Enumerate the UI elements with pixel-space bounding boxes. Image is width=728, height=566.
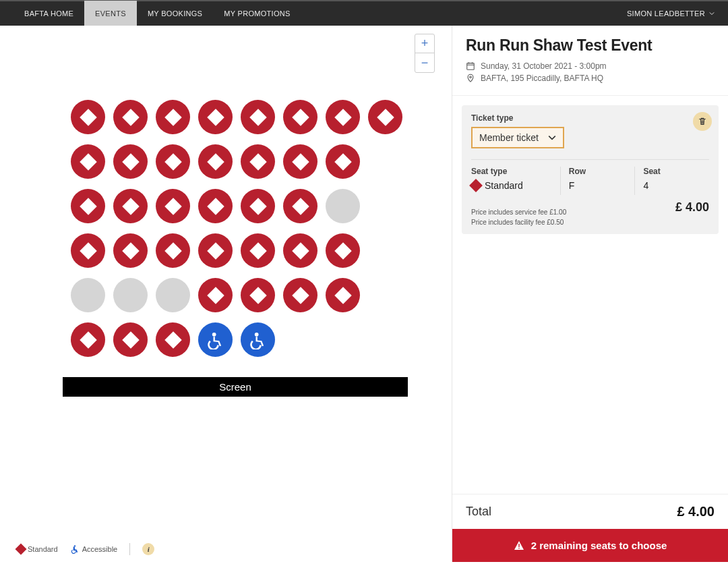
standard-icon: [469, 179, 483, 192]
zoom-controls: + −: [415, 34, 435, 73]
seat-standard[interactable]: [241, 189, 275, 223]
seat-standard[interactable]: [283, 278, 317, 312]
remaining-seats-banner[interactable]: 2 remaining seats to choose: [452, 529, 728, 562]
seat-standard[interactable]: [198, 278, 233, 312]
seat-map: Screen: [0, 26, 452, 397]
nav-my-bookings[interactable]: MY BOOKINGS: [137, 1, 213, 26]
seat-standard[interactable]: [198, 233, 233, 268]
location-icon: [466, 74, 475, 83]
total-label: Total: [466, 505, 491, 519]
ticket-card: Ticket type Member ticket Seat type Stan…: [462, 105, 719, 234]
nav-my-promotions[interactable]: MY PROMOTIONS: [213, 1, 301, 26]
event-header: Run Run Shaw Test Event Sunday, 31 Octob…: [452, 26, 728, 96]
legend: Standard Accessible i: [17, 543, 154, 555]
seat-standard[interactable]: [113, 189, 148, 223]
svg-point-0: [212, 332, 216, 336]
seat-standard[interactable]: [241, 233, 275, 268]
seat-standard[interactable]: [283, 189, 317, 223]
svg-point-7: [470, 76, 472, 78]
seat-standard[interactable]: [156, 100, 190, 134]
event-title: Run Run Shaw Test Event: [466, 36, 715, 55]
svg-rect-3: [467, 63, 475, 70]
seat-standard[interactable]: [198, 144, 233, 179]
seat-type-label: Seat type: [471, 167, 552, 176]
seat-label: Seat: [643, 167, 701, 176]
seat-standard[interactable]: [326, 100, 360, 134]
ticket-price: £ 4.00: [675, 200, 709, 215]
seat-standard[interactable]: [326, 144, 360, 179]
seat-standard[interactable]: [156, 233, 190, 268]
svg-rect-9: [518, 548, 519, 548]
seat-standard[interactable]: [241, 144, 275, 179]
seat-standard[interactable]: [368, 100, 402, 134]
seat-standard[interactable]: [326, 278, 360, 312]
seat-standard[interactable]: [283, 100, 317, 134]
seat-standard[interactable]: [283, 233, 317, 268]
seat-unavailable[interactable]: [326, 189, 360, 223]
total-value: £ 4.00: [677, 504, 715, 519]
seat-standard[interactable]: [71, 144, 105, 179]
seat-standard[interactable]: [113, 100, 148, 134]
seat-unavailable[interactable]: [113, 278, 148, 312]
zoom-out-button[interactable]: −: [415, 53, 434, 72]
event-date: Sunday, 31 October 2021 - 3:00pm: [481, 61, 607, 71]
seat-standard[interactable]: [241, 278, 275, 312]
seat-standard[interactable]: [71, 233, 105, 268]
standard-icon: [16, 544, 27, 555]
seat-unavailable[interactable]: [71, 278, 105, 312]
info-icon[interactable]: i: [142, 543, 154, 555]
seat-standard[interactable]: [198, 189, 233, 223]
fee-note-2: Price includes facility fee £0.50: [471, 217, 566, 227]
seat-standard[interactable]: [71, 100, 105, 134]
seat-standard[interactable]: [113, 144, 148, 179]
seat-accessible[interactable]: [198, 322, 233, 357]
row-value: F: [569, 180, 627, 191]
total-bar: Total £ 4.00: [452, 494, 728, 529]
seat-standard[interactable]: [283, 144, 317, 179]
nav-bafta-home[interactable]: BAFTA HOME: [13, 1, 84, 26]
seat-standard[interactable]: [156, 322, 190, 357]
seat-standard[interactable]: [113, 233, 148, 268]
ticket-type-label: Ticket type: [471, 113, 709, 123]
nav-events[interactable]: EVENTS: [84, 1, 137, 26]
seat-standard[interactable]: [326, 233, 360, 268]
calendar-icon: [466, 61, 475, 71]
svg-rect-8: [518, 544, 519, 547]
chevron-down-icon: [548, 134, 556, 142]
user-menu[interactable]: SIMON LEADBETTER: [627, 9, 715, 18]
seat-unavailable[interactable]: [156, 278, 190, 312]
event-venue: BAFTA, 195 Piccadilly, BAFTA HQ: [481, 74, 603, 83]
ticket-type-select[interactable]: Member ticket: [471, 127, 564, 148]
fee-note-1: Price includes service fee £1.00: [471, 207, 566, 217]
seat-standard[interactable]: [113, 322, 148, 357]
chevron-down-icon: [709, 11, 715, 16]
svg-point-2: [73, 545, 75, 546]
seat-standard[interactable]: [198, 100, 233, 134]
seat-value: 4: [643, 180, 701, 191]
row-label: Row: [569, 167, 627, 176]
seat-standard[interactable]: [156, 144, 190, 179]
zoom-in-button[interactable]: +: [415, 34, 434, 53]
seat-standard[interactable]: [71, 322, 105, 357]
seat-accessible[interactable]: [241, 322, 275, 357]
seat-standard[interactable]: [241, 100, 275, 134]
accessible-icon: [70, 544, 80, 554]
svg-point-1: [254, 332, 258, 336]
warning-icon: [514, 540, 524, 551]
user-name: SIMON LEADBETTER: [627, 9, 705, 18]
seat-standard[interactable]: [156, 189, 190, 223]
delete-ticket-button[interactable]: [693, 112, 712, 131]
trash-icon: [698, 117, 707, 126]
seat-standard[interactable]: [71, 189, 105, 223]
screen-label: Screen: [63, 377, 408, 397]
top-nav: BAFTA HOME EVENTS MY BOOKINGS MY PROMOTI…: [0, 0, 728, 26]
